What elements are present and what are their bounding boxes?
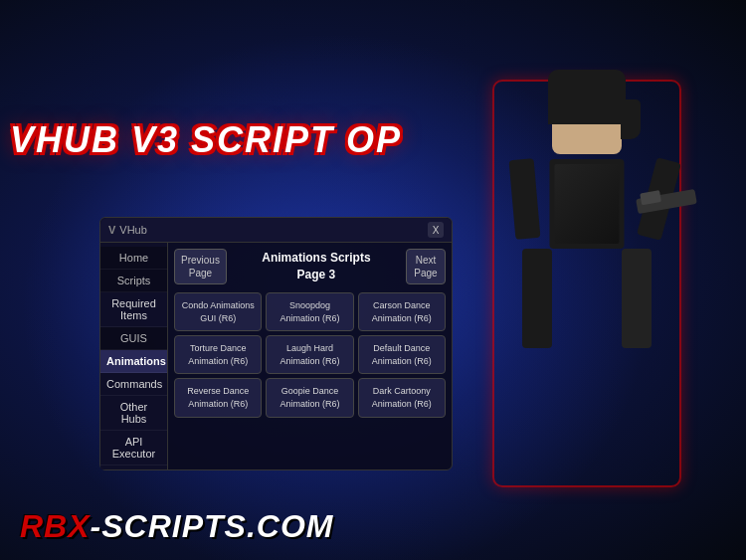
watermark-scripts: SCRIPTS.COM xyxy=(101,508,333,544)
script-button-0[interactable]: Condo Animations GUI (R6) xyxy=(174,292,262,331)
prev-page-button[interactable]: Previous Page xyxy=(174,249,227,284)
character-arm-left xyxy=(509,158,541,240)
gui-window: V VHub X Home Scripts Required Items GUI… xyxy=(99,217,453,470)
close-button[interactable]: X xyxy=(428,222,444,238)
page-header: Previous Page Animations Scripts Page 3 … xyxy=(174,249,446,284)
script-button-3[interactable]: Torture Dance Animation (R6) xyxy=(174,335,262,374)
gui-title-logo: V VHub xyxy=(108,224,147,236)
script-button-1[interactable]: Snoopdog Animation (R6) xyxy=(266,292,353,331)
character-figure xyxy=(448,40,726,527)
gui-main-content: Previous Page Animations Scripts Page 3 … xyxy=(168,243,452,469)
sidebar-item-home[interactable]: Home xyxy=(100,247,167,270)
sidebar-item-other-hubs[interactable]: Other Hubs xyxy=(100,396,167,431)
character-leg-right xyxy=(622,249,652,348)
character-torso xyxy=(550,159,625,249)
vhub-icon: V xyxy=(108,224,115,236)
main-title: VHUB V3 SCRIPT OP xyxy=(10,119,402,161)
gui-titlebar: V VHub X xyxy=(100,218,452,243)
sidebar-item-api-executor[interactable]: API Executor xyxy=(100,431,167,466)
gui-title-text: VHub xyxy=(119,224,147,236)
script-button-4[interactable]: Laugh Hard Animation (R6) xyxy=(266,335,353,374)
gui-sidebar: Home Scripts Required Items GUIS Animati… xyxy=(100,243,168,469)
sidebar-item-commands[interactable]: Commands xyxy=(100,373,167,396)
watermark: RBX-SCRIPTS.COM xyxy=(20,508,333,545)
sidebar-item-scripts[interactable]: Scripts xyxy=(100,270,167,292)
script-button-6[interactable]: Reverse Dance Animation (R6) xyxy=(174,378,262,417)
sidebar-item-animations[interactable]: Animations xyxy=(100,350,167,373)
sidebar-item-required-items[interactable]: Required Items xyxy=(100,292,167,327)
watermark-dash: - xyxy=(91,508,102,544)
character-leg-left xyxy=(522,249,552,348)
next-page-button[interactable]: Next Page xyxy=(406,249,446,284)
script-button-5[interactable]: Default Dance Animation (R6) xyxy=(358,335,446,374)
script-button-7[interactable]: Goopie Dance Animation (R6) xyxy=(266,378,353,417)
character-hair xyxy=(548,70,626,124)
page-title: Animations Scripts Page 3 xyxy=(227,250,406,283)
watermark-rbx: RBX xyxy=(20,508,91,544)
gui-body: Home Scripts Required Items GUIS Animati… xyxy=(100,243,452,469)
script-button-8[interactable]: Dark Cartoony Animation (R6) xyxy=(358,378,446,417)
scripts-grid: Condo Animations GUI (R6) Snoopdog Anima… xyxy=(174,292,446,418)
script-button-2[interactable]: Carson Dance Animation (R6) xyxy=(358,292,446,331)
character-body xyxy=(497,85,676,482)
sidebar-item-guis[interactable]: GUIS xyxy=(100,327,167,350)
